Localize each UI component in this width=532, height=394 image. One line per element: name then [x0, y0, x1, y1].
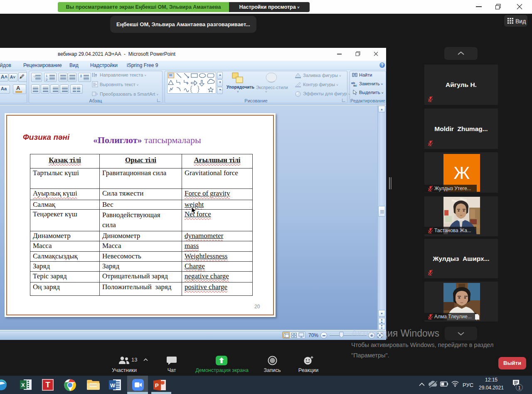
svg-text:X: X [21, 382, 25, 388]
svg-text:ac: ac [353, 84, 357, 87]
svg-text:P: P [155, 382, 159, 389]
svg-text:W: W [110, 382, 116, 389]
